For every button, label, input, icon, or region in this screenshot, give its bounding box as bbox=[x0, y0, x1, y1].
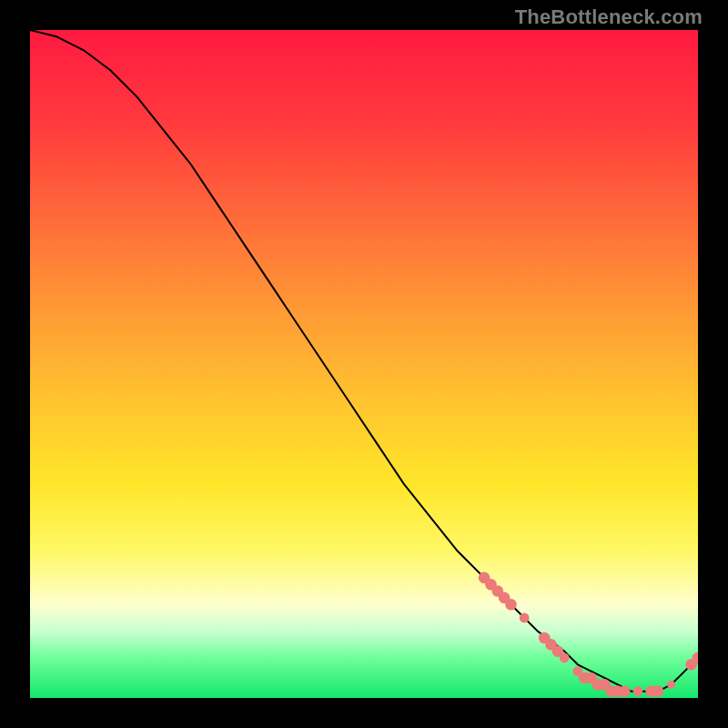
chart-marker bbox=[619, 685, 631, 697]
chart-marker bbox=[560, 653, 570, 663]
chart-marker bbox=[652, 685, 664, 697]
chart-svg bbox=[30, 30, 698, 698]
watermark-text: TheBottleneck.com bbox=[515, 5, 703, 29]
chart-markers bbox=[479, 572, 698, 697]
chart-marker bbox=[505, 599, 517, 611]
chart-marker bbox=[667, 681, 675, 689]
chart-marker bbox=[520, 613, 530, 623]
chart-curve bbox=[30, 30, 698, 692]
chart-marker bbox=[633, 686, 643, 696]
chart-stage: TheBottleneck.com bbox=[0, 0, 728, 728]
chart-plot-area bbox=[30, 30, 698, 698]
